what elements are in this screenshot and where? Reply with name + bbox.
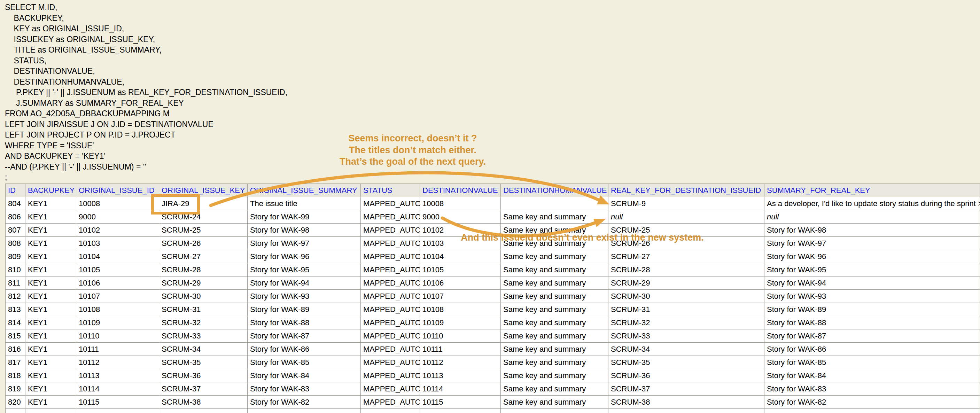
table-cell: KEY1	[25, 250, 76, 263]
table-cell: Story for WAK-95	[764, 263, 980, 276]
table-cell: 10109	[76, 316, 159, 329]
table-cell: 812	[6, 290, 25, 303]
table-cell: Same key and summary	[501, 210, 608, 224]
table-cell: MAPPED_AUTO	[361, 382, 420, 396]
table-cell: Story for WAK-96	[764, 250, 980, 263]
table-cell: MAPPED_AUTO	[361, 303, 420, 316]
table-cell: KEY1	[25, 290, 76, 303]
table-cell: 10113	[420, 369, 501, 382]
table-cell: 10109	[420, 316, 501, 329]
table-cell: SCRUM-27	[608, 250, 764, 263]
table-cell: 10115	[420, 396, 501, 409]
table-cell: KEY1	[25, 316, 76, 329]
column-header: ORIGINAL_ISSUE_KEY	[159, 184, 248, 197]
table-cell: Story for WAK-82	[248, 396, 361, 409]
table-cell: MAPPED_AUTO	[361, 369, 420, 382]
table-cell: KEY1	[25, 197, 76, 210]
table-cell: 819	[6, 382, 25, 396]
table-cell: KEY1	[25, 237, 76, 250]
column-header: DESTINATIONHUMANVALUE	[501, 184, 608, 197]
table-cell: Story for WAK-89	[764, 303, 980, 316]
table-cell: 10107	[76, 290, 159, 303]
table-cell: SCRUM-24	[159, 210, 248, 224]
table-cell: Same key and summary	[501, 250, 608, 263]
table-cell: 10110	[76, 329, 159, 343]
table-cell: SCRUM-9	[608, 197, 764, 210]
table-cell: MAPPED_AUTO	[361, 276, 420, 290]
table-cell: Story for WAK-98	[764, 224, 980, 237]
table-cell	[248, 409, 361, 413]
sql-query-text: SELECT M.ID, BACKUPKEY, KEY as ORIGINAL_…	[5, 2, 287, 183]
table-cell: null	[608, 210, 764, 224]
table-cell: 10110	[420, 329, 501, 343]
table-cell: JIRA-29	[159, 197, 248, 210]
table-cell: 9000	[420, 210, 501, 224]
table-cell: Story for WAK-88	[248, 316, 361, 329]
table-cell: 10108	[76, 303, 159, 316]
table-cell: SCRUM-31	[608, 303, 764, 316]
table-cell: Same key and summary	[501, 382, 608, 396]
table-cell: KEY1	[25, 343, 76, 356]
table-row: 809KEY110104SCRUM-27Story for WAK-96MAPP…	[6, 250, 980, 263]
table-cell: MAPPED_AUTO	[361, 343, 420, 356]
table-row: 816KEY110111SCRUM-34Story for WAK-86MAPP…	[6, 343, 980, 356]
table-cell: 10105	[420, 263, 501, 276]
table-cell	[76, 409, 159, 413]
table-cell: Story for WAK-84	[764, 369, 980, 382]
table-cell: Same key and summary	[501, 356, 608, 369]
table-cell: 10107	[420, 290, 501, 303]
table-cell	[501, 197, 608, 210]
table-cell: Story for WAK-94	[764, 276, 980, 290]
table-cell: Story for WAK-82	[764, 396, 980, 409]
table-cell: SCRUM-28	[608, 263, 764, 276]
query-results-page: SELECT M.ID, BACKUPKEY, KEY as ORIGINAL_…	[0, 0, 980, 413]
table-row: 819KEY110114SCRUM-37Story for WAK-83MAPP…	[6, 382, 980, 396]
table-cell: KEY1	[25, 329, 76, 343]
table-cell: SCRUM-29	[608, 276, 764, 290]
table-cell: SCRUM-34	[159, 343, 248, 356]
table-row: 818KEY110113SCRUM-36Story for WAK-84MAPP…	[6, 369, 980, 382]
table-cell: 809	[6, 250, 25, 263]
table-cell: MAPPED_AUTO	[361, 263, 420, 276]
table-cell: Same key and summary	[501, 290, 608, 303]
table-cell: KEY1	[25, 210, 76, 224]
table-cell: 9000	[76, 210, 159, 224]
table-cell: 816	[6, 343, 25, 356]
column-header: STATUS	[361, 184, 420, 197]
table-cell: 10113	[76, 369, 159, 382]
table-cell: 810	[6, 263, 25, 276]
table-cell: 806	[6, 210, 25, 224]
table-cell: Story for WAK-86	[764, 343, 980, 356]
table-cell: 10102	[76, 224, 159, 237]
table-cell	[6, 409, 25, 413]
table-cell: Story for WAK-89	[248, 303, 361, 316]
table-cell: Same key and summary	[501, 316, 608, 329]
table-row-partial	[6, 409, 980, 413]
table-row: 817KEY110112SCRUM-35Story for WAK-85MAPP…	[6, 356, 980, 369]
table-cell: MAPPED_AUTO	[361, 290, 420, 303]
table-cell: 10105	[76, 263, 159, 276]
table-cell: KEY1	[25, 224, 76, 237]
results-table: IDBACKUPKEYORIGINAL_ISSUE_IDORIGINAL_ISS…	[5, 184, 980, 413]
table-header-row: IDBACKUPKEYORIGINAL_ISSUE_IDORIGINAL_ISS…	[6, 184, 980, 197]
table-cell: SCRUM-33	[159, 329, 248, 343]
table-row: 813KEY110108SCRUM-31Story for WAK-89MAPP…	[6, 303, 980, 316]
note-missing-issueid: And this issueid doesn’t even exist in t…	[407, 232, 757, 244]
table-cell: 10008	[420, 197, 501, 210]
table-cell: 10104	[76, 250, 159, 263]
table-cell: SCRUM-37	[608, 382, 764, 396]
table-cell: MAPPED_AUTO	[361, 250, 420, 263]
table-cell: KEY1	[25, 356, 76, 369]
table-cell: Story for WAK-97	[764, 237, 980, 250]
table-cell: Story for WAK-88	[764, 316, 980, 329]
column-header: ID	[6, 184, 25, 197]
table-cell	[420, 409, 501, 413]
table-cell: Story for WAK-93	[764, 290, 980, 303]
table-cell	[764, 409, 980, 413]
column-header: ORIGINAL_ISSUE_ID	[76, 184, 159, 197]
table-cell: MAPPED_AUTO	[361, 316, 420, 329]
table-cell: 813	[6, 303, 25, 316]
table-cell: 804	[6, 197, 25, 210]
table-cell: Story for WAK-87	[764, 329, 980, 343]
table-cell: SCRUM-32	[159, 316, 248, 329]
